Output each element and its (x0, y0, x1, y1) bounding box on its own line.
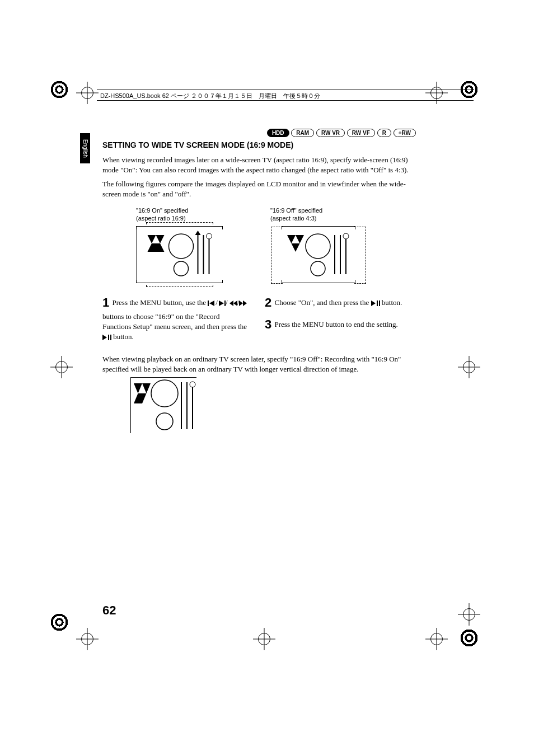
illustration-16-9 (136, 226, 223, 283)
reg-cross (425, 628, 448, 650)
compare-off: "16:9 Off" specified (aspect ratio 4:3) (270, 206, 382, 283)
step-2-text-a: Choose "On", and then press the (275, 298, 371, 307)
label-line1: "16:9 On" specified (136, 207, 188, 214)
svg-marker-23 (102, 335, 107, 340)
play-pause-icon (371, 300, 380, 306)
scene-tall-icon (131, 378, 197, 434)
compare-on-label: "16:9 On" specified (aspect ratio 16:9) (136, 206, 248, 223)
reg-mark (459, 628, 479, 648)
steps-right: 2 Choose "On", and then press the button… (265, 294, 410, 346)
page-number: 62 (102, 603, 116, 618)
steps-left: 1 Press the MENU button, use the // / bu… (102, 294, 248, 346)
language-tab: English (80, 133, 90, 163)
step-1-text-b: buttons to choose "16:9" on the "Record … (102, 312, 247, 331)
step-2: 2 Choose "On", and then press the button… (265, 294, 410, 312)
svg-rect-25 (110, 335, 111, 340)
svg-marker-26 (371, 300, 376, 306)
step-3-number: 3 (265, 317, 271, 331)
reg-cross (76, 82, 99, 104)
section-title: SETTING TO WIDE TV SCREEN MODE (16:9 MOD… (102, 140, 416, 149)
svg-marker-19 (229, 300, 233, 306)
fast-forward-icon (239, 300, 247, 306)
badge-hdd: HDD (267, 129, 289, 137)
step-1-number: 1 (102, 295, 109, 309)
svg-rect-15 (208, 300, 209, 306)
playback-note: When viewing playback on an ordinary TV … (102, 354, 416, 374)
comparison-row: "16:9 On" specified (aspect ratio 16:9) (136, 206, 416, 283)
reg-cross (253, 628, 275, 650)
badge-plusrw: +RW (394, 129, 416, 137)
reg-cross (458, 603, 480, 626)
reg-mark (49, 612, 69, 632)
reg-mark (49, 79, 69, 100)
label-line2: (aspect ratio 16:9) (136, 215, 186, 222)
skip-prev-icon (208, 300, 216, 306)
play-pause-icon (102, 335, 111, 340)
step-2-text-b: button. (382, 298, 402, 307)
compare-on: "16:9 On" specified (aspect ratio 16:9) (136, 206, 248, 283)
paragraph-2: The following figures compare the images… (102, 179, 416, 199)
svg-marker-22 (243, 300, 247, 306)
reg-cross (458, 356, 480, 378)
compare-off-label: "16:9 Off" specified (aspect ratio 4:3) (270, 206, 382, 223)
header-rule: DZ-HS500A_US.book 62 ページ ２００７年１月１５日 月曜日 … (97, 90, 474, 101)
step-1: 1 Press the MENU button, use the // / bu… (102, 294, 248, 342)
svg-marker-16 (209, 300, 214, 306)
svg-marker-20 (233, 300, 237, 306)
reg-cross (76, 628, 99, 650)
svg-rect-27 (377, 300, 378, 306)
rewind-icon (229, 300, 237, 306)
svg-marker-17 (219, 300, 224, 306)
paragraph-1: When viewing recorded images later on a … (102, 155, 416, 175)
label-line1: "16:9 Off" specified (270, 207, 322, 214)
illustration-4-3 (282, 226, 355, 283)
scene-wide-icon (136, 229, 223, 280)
svg-rect-18 (224, 300, 226, 306)
illustration-tall (130, 377, 196, 433)
badge-rwvf: RW VF (347, 129, 375, 137)
media-badges: HDD RAM RW VR RW VF R +RW (102, 129, 416, 137)
badge-r: R (377, 129, 391, 137)
step-1-text-a: Press the MENU button, use the (113, 298, 208, 307)
label-line2: (aspect ratio 4:3) (270, 215, 317, 222)
svg-rect-24 (108, 335, 109, 340)
step-3: 3 Press the MENU button to end the setti… (265, 316, 410, 334)
step-2-number: 2 (265, 295, 271, 309)
page-content: HDD RAM RW VR RW VF R +RW SETTING TO WID… (102, 129, 416, 433)
step-1-text-c: button. (113, 332, 133, 341)
header-text: DZ-HS500A_US.book 62 ページ ２００７年１月１５日 月曜日 … (100, 92, 320, 99)
skip-next-icon (218, 300, 226, 306)
badge-ram: RAM (291, 129, 314, 137)
svg-rect-28 (379, 300, 380, 306)
step-3-text: Press the MENU button to end the setting… (275, 320, 398, 328)
reg-cross (50, 356, 73, 378)
steps-row: 1 Press the MENU button, use the // / bu… (102, 294, 416, 346)
badge-rwvr: RW VR (316, 129, 345, 137)
svg-marker-21 (239, 300, 243, 306)
scene-narrow-icon (282, 229, 355, 280)
